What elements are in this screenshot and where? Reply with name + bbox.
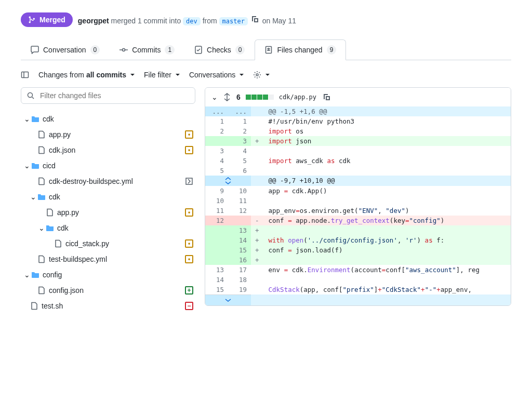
file-cdk-json[interactable]: cdk.json • [21,142,195,158]
status-deleted-icon: − [185,302,193,310]
folder-cicd[interactable]: ⌄ cicd [21,158,195,173]
file-icon [37,130,46,139]
folder-icon [31,271,39,279]
diff-line[interactable]: 1519 CdkStack(app, conf["prefix"]+"CdkSt… [205,285,511,294]
merge-icon [28,16,36,24]
chevron-down-icon: ⌄ [23,162,31,170]
changes-scope-dropdown[interactable]: Changes from all commits [38,71,135,79]
file-icon [46,208,54,217]
hunk-header[interactable]: ......@@ -1,5 +1,6 @@ [205,106,511,116]
head-branch-pill[interactable]: master [219,17,248,25]
diff-file-path[interactable]: cdk/app.py [279,93,316,101]
diff-line[interactable]: 1011 [205,196,511,206]
status-added-icon: + [185,286,193,294]
status-modified-icon: • [185,239,193,248]
status-modified-icon: • [185,130,193,139]
diff-line[interactable]: 34 [205,146,511,156]
folder-icon [37,193,46,201]
diff-line[interactable]: 11#!/usr/bin/env python3 [205,116,511,126]
diff-line[interactable]: 1112 app_env=os.environ.get("ENV", "dev"… [205,206,511,216]
file-icon [37,286,46,294]
checks-count: 0 [235,45,245,55]
diff-line-deleted[interactable]: 12- conf = app.node.try_get_context(key=… [205,216,511,225]
status-modified-icon: • [185,208,193,217]
diff-line[interactable]: 45import aws_cdk as cdk [205,156,511,166]
diff-line-added[interactable]: 15+ conf = json.load(f) [205,245,511,255]
diff-line-added[interactable]: 16+ [205,255,511,265]
expand-lines[interactable]: @@ -9,7 +10,10 @@ [205,176,511,186]
svg-point-0 [123,49,125,51]
expand-all-icon[interactable] [223,93,231,101]
merged-date: on May 11 [262,17,296,25]
file-tree-sidebar: ⌄ cdk app.py • cdk.json • ⌄ cicd cdk-des… [21,87,195,314]
svg-point-5 [28,93,33,98]
diff-line-added[interactable]: 14+with open('../config/config.json', 'r… [205,235,511,245]
pr-author[interactable]: georgpet [78,17,109,25]
diff-stat-blocks [246,95,274,100]
chevron-down-icon: ⌄ [23,271,31,279]
merged-label: Merged [39,16,65,24]
merged-subtitle: georgpet merged 1 commit into dev from m… [78,15,296,25]
folder-config[interactable]: ⌄ config [21,267,195,283]
svg-point-4 [256,74,258,76]
file-app-py[interactable]: app.py • [21,127,195,142]
diff-line[interactable]: 1418 [205,275,511,285]
pr-header: Merged georgpet merged 1 commit into dev… [21,12,511,27]
file-icon [37,146,46,154]
file-test-sh[interactable]: test.sh − [21,298,195,314]
file-cicd-app-py[interactable]: app.py • [21,205,195,220]
files-count: 9 [327,45,337,55]
diff-panel: ⌄ 6 cdk/app.py ......@@ -1,5 +1,6 @@ 11#… [205,87,511,306]
file-icon [37,255,46,263]
settings-dropdown[interactable] [253,71,270,79]
gear-icon [253,71,261,79]
diff-line-added[interactable]: 3+import json [205,136,511,146]
expand-down-footer[interactable] [205,294,511,305]
chevron-down-icon[interactable]: ⌄ [211,93,218,101]
diff-code-table: ......@@ -1,5 +1,6 @@ 11#!/usr/bin/env p… [205,106,511,294]
file-filter-dropdown[interactable]: File filter [144,71,180,79]
tab-checks[interactable]: Checks 0 [184,39,255,60]
filter-input[interactable] [39,91,190,100]
files-icon [264,46,273,54]
diff-line[interactable]: 22import os [205,126,511,136]
file-icon [30,302,38,310]
comment-icon [31,46,39,54]
diff-toolbar: Changes from all commits File filter Con… [21,69,511,87]
commit-icon [119,46,128,54]
checks-icon [194,46,203,54]
folder-cicd-cdk[interactable]: ⌄ cdk [21,189,195,205]
folder-icon [46,224,54,232]
pr-tabs: Conversation 0 Commits 1 Checks 0 Files … [21,39,511,60]
file-cicd-stack[interactable]: cicd_stack.py • [21,236,195,251]
base-branch-pill[interactable]: dev [183,17,201,25]
tab-files[interactable]: Files changed 9 [255,39,346,60]
file-cdk-destroy[interactable]: cdk-destroy-buildspec.yml [21,173,195,189]
file-icon [54,239,62,248]
chevron-down-icon: ⌄ [23,115,31,123]
folder-cicd-cdk-cdk[interactable]: ⌄ cdk [21,220,195,236]
file-config-json[interactable]: config.json + [21,283,195,298]
svg-rect-3 [22,72,29,78]
diff-lines-count: 6 [236,93,241,101]
diff-line[interactable]: 1317 env = cdk.Environment(account=conf[… [205,265,511,275]
chevron-down-icon: ⌄ [37,224,46,232]
copy-path-icon[interactable] [323,93,331,101]
diff-line-added[interactable]: 13+ [205,225,511,235]
diff-line[interactable]: 56 [205,166,511,176]
conversations-dropdown[interactable]: Conversations [189,71,244,79]
sidebar-toggle-icon[interactable] [21,71,29,79]
file-test-buildspec[interactable]: test-buildspec.yml • [21,251,195,267]
conversation-count: 0 [90,45,100,55]
status-renamed-icon [185,177,193,185]
folder-icon [31,115,39,123]
copy-branch-icon[interactable] [251,15,259,23]
tab-conversation[interactable]: Conversation 0 [21,39,110,60]
commits-count: 1 [165,45,175,55]
tab-commits[interactable]: Commits 1 [110,39,184,60]
search-icon [26,91,35,100]
folder-cdk[interactable]: ⌄ cdk [21,111,195,127]
file-filter-box[interactable] [21,87,195,104]
file-tree: ⌄ cdk app.py • cdk.json • ⌄ cicd cdk-des… [21,111,195,314]
diff-line[interactable]: 910app = cdk.App() [205,186,511,196]
